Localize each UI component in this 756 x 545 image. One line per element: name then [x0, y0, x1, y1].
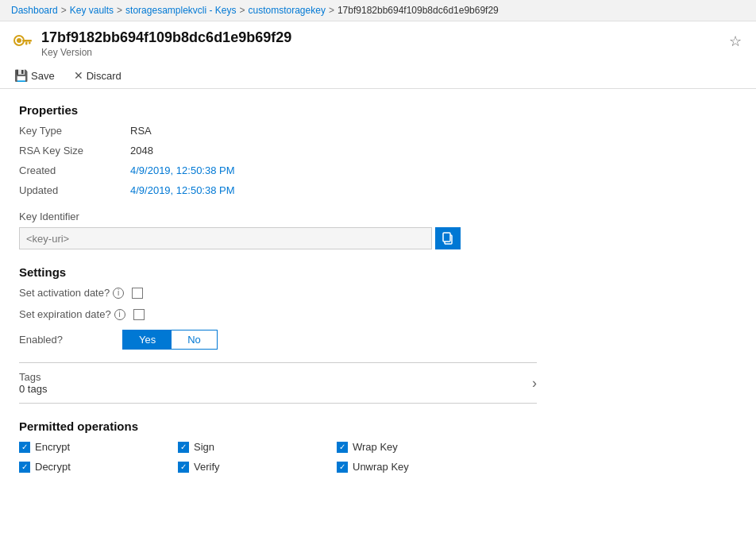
- rsa-key-size-label: RSA Key Size: [19, 145, 130, 157]
- activation-info-icon[interactable]: i: [113, 288, 124, 299]
- key-type-label: Key Type: [19, 125, 130, 137]
- tags-count: 0 tags: [19, 383, 47, 395]
- breadcrumb-customstoragekey[interactable]: customstoragekey: [249, 5, 326, 16]
- settings-title: Settings: [19, 265, 537, 279]
- page-subtitle: Key Version: [41, 47, 291, 58]
- toolbar: 💾 Save ✕ Discard: [0, 63, 756, 89]
- created-value: 4/9/2019, 12:50:38 PM: [130, 164, 537, 176]
- permitted-operations: Permitted operations ✓ Encrypt ✓ Sign ✓ …: [19, 419, 537, 473]
- unwrap-key-checkbox[interactable]: ✓: [337, 462, 348, 473]
- op-wrap-key: ✓ Wrap Key: [337, 441, 496, 453]
- svg-rect-3: [29, 42, 31, 44]
- discard-button[interactable]: ✕ Discard: [71, 68, 125, 83]
- properties-title: Properties: [19, 103, 537, 117]
- wrap-key-checkbox[interactable]: ✓: [337, 442, 348, 453]
- op-decrypt: ✓ Decrypt: [19, 461, 178, 473]
- breadcrumb-current: 17bf9182bb694f109b8dc6d1e9b69f29: [338, 5, 499, 16]
- copy-button[interactable]: [435, 227, 461, 249]
- breadcrumb-dashboard[interactable]: Dashboard: [11, 5, 58, 16]
- properties-grid: Key Type RSA RSA Key Size 2048 Created 4…: [19, 125, 537, 196]
- key-identifier-label: Key Identifier: [19, 211, 537, 222]
- encrypt-label: Encrypt: [35, 441, 70, 453]
- save-icon: 💾: [14, 69, 28, 82]
- no-toggle[interactable]: No: [172, 330, 217, 349]
- sign-checkbox[interactable]: ✓: [178, 442, 189, 453]
- breadcrumb-keyvaults[interactable]: Key vaults: [70, 5, 114, 16]
- page-header: 17bf9182bb694f109b8dc6d1e9b69f29 Key Ver…: [0, 21, 756, 58]
- decrypt-label: Decrypt: [35, 461, 71, 473]
- enabled-row: Enabled? Yes No: [19, 330, 537, 350]
- wrap-key-label: Wrap Key: [353, 441, 398, 453]
- expiration-info-icon[interactable]: i: [114, 309, 125, 320]
- expiration-row: Set expiration date? i: [19, 308, 537, 320]
- copy-icon: [442, 232, 454, 245]
- rsa-key-size-value: 2048: [130, 145, 537, 157]
- encrypt-checkbox[interactable]: ✓: [19, 442, 30, 453]
- permitted-ops-title: Permitted operations: [19, 419, 537, 433]
- updated-value: 4/9/2019, 12:50:38 PM: [130, 184, 537, 196]
- activation-label: Set activation date? i: [19, 287, 124, 299]
- op-sign: ✓ Sign: [178, 441, 337, 453]
- expiration-label: Set expiration date? i: [19, 308, 125, 320]
- key-identifier-row: [19, 227, 537, 249]
- expiration-checkbox[interactable]: [133, 309, 145, 320]
- enabled-toggle-group: Yes No: [122, 330, 218, 350]
- activation-checkbox[interactable]: [132, 288, 143, 299]
- breadcrumb-storagesample[interactable]: storagesamplekvcli - Keys: [125, 5, 236, 16]
- sign-label: Sign: [194, 441, 214, 453]
- main-content: Properties Key Type RSA RSA Key Size 204…: [0, 89, 556, 487]
- key-identifier-input[interactable]: [19, 227, 432, 249]
- breadcrumb-sep1: >: [61, 5, 67, 16]
- tags-chevron-icon: ›: [532, 375, 537, 392]
- favorite-icon[interactable]: ☆: [726, 29, 745, 53]
- svg-point-1: [17, 38, 21, 43]
- op-unwrap-key: ✓ Unwrap Key: [337, 461, 496, 473]
- svg-rect-4: [25, 42, 28, 45]
- breadcrumb-sep4: >: [329, 5, 334, 16]
- verify-label: Verify: [194, 461, 220, 473]
- enabled-label: Enabled?: [19, 334, 114, 346]
- updated-label: Updated: [19, 184, 130, 196]
- discard-icon: ✕: [74, 69, 83, 82]
- op-encrypt: ✓ Encrypt: [19, 441, 178, 453]
- tags-title: Tags: [19, 371, 47, 383]
- tags-section[interactable]: Tags 0 tags ›: [19, 362, 537, 404]
- save-button[interactable]: 💾 Save: [11, 68, 58, 83]
- breadcrumb: Dashboard > Key vaults > storagesamplekv…: [0, 0, 756, 21]
- breadcrumb-sep2: >: [117, 5, 122, 16]
- key-type-value: RSA: [130, 125, 537, 137]
- created-label: Created: [19, 164, 130, 176]
- page-title: 17bf9182bb694f109b8dc6d1e9b69f29: [41, 29, 291, 46]
- ops-grid: ✓ Encrypt ✓ Sign ✓ Wrap Key ✓ Decrypt ✓ …: [19, 441, 537, 473]
- unwrap-key-label: Unwrap Key: [353, 461, 409, 473]
- breadcrumb-sep3: >: [240, 5, 245, 16]
- key-icon: [11, 31, 33, 53]
- activation-row: Set activation date? i: [19, 287, 537, 299]
- verify-checkbox[interactable]: ✓: [178, 462, 189, 473]
- op-verify: ✓ Verify: [178, 461, 337, 473]
- decrypt-checkbox[interactable]: ✓: [19, 462, 30, 473]
- svg-rect-2: [22, 40, 32, 42]
- yes-toggle[interactable]: Yes: [123, 330, 172, 349]
- svg-rect-7: [444, 234, 449, 241]
